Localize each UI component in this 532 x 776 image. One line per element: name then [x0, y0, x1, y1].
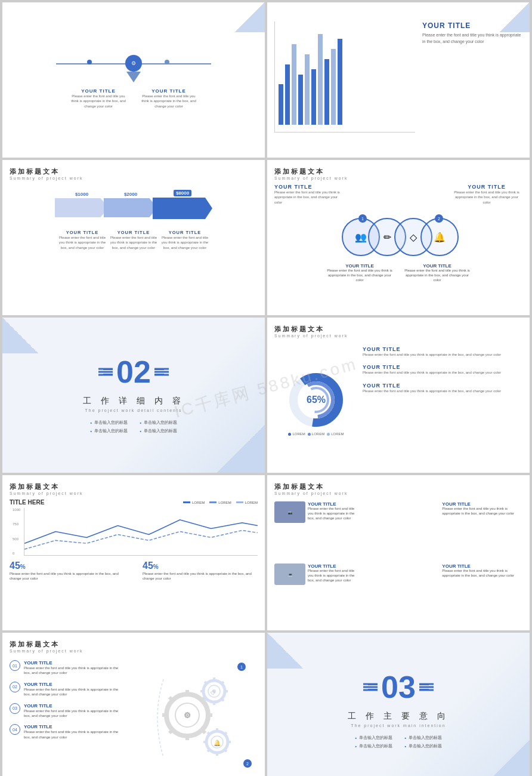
corner-deco-tl — [2, 318, 38, 353]
y-label-2: 750 — [13, 522, 20, 526]
bottom-item-2: YOUR TITLE Please enter the font and tit… — [401, 263, 473, 282]
arrow-step-2: $2000 — [104, 192, 157, 217]
arrow-down — [126, 72, 141, 82]
box-desc-2: Please enter the font and title you thin… — [139, 94, 199, 109]
slide-donut-text: 添加标题文本 Summary of project work 65% — [267, 318, 530, 473]
arrow-section: $1000 $2000 $8000 — [10, 190, 258, 219]
slide-section-03: 03 工 作 主 要 意 向 The project work main int… — [267, 633, 530, 776]
svg-text:⚙: ⚙ — [184, 710, 191, 720]
slide-bar-chart: YOUR TITLE Please enter the font and tit… — [267, 2, 530, 158]
pct-item-2: 45% Please enter the font and title you … — [143, 561, 258, 581]
img-text-2: YOUR TITLE Please enter the font and tit… — [442, 501, 522, 516]
legend-row: LOREM LOREM LOREM — [183, 501, 258, 504]
donut-area: 65% LOREM LOREM LOREM — [274, 341, 358, 464]
pct-value-2: 45 — [143, 561, 153, 571]
slide-progress-arrows: 添加标题文本 Summary of project work $1000 $20… — [2, 160, 265, 315]
bar-7 — [318, 34, 323, 125]
y-label-4: 0 — [13, 552, 20, 555]
header-en: Summary of project work — [274, 176, 522, 180]
svg-line-36 — [225, 732, 227, 734]
svg-line-26 — [222, 699, 224, 701]
list-title-3: YOUR TITLE — [24, 703, 123, 709]
legend-2: LOREM — [308, 432, 324, 436]
bullet-2: 单击输入您的标题 — [404, 735, 442, 741]
header-cn: 添加标题文本 — [10, 482, 258, 491]
num-03: 03 — [10, 703, 20, 714]
bullet-1: 单击输入您的标题 — [90, 420, 128, 426]
top-titles: YOUR TITLE Please enter the font and tit… — [274, 184, 522, 205]
list-text-1: YOUR TITLE Please enter the font and tit… — [24, 660, 123, 676]
list-side: 01 YOUR TITLE Please enter the font and … — [10, 657, 123, 776]
bullet-list: 单击输入您的标题 单击输入您的标题 单击输入您的标题 单击输入您的标题 — [90, 420, 177, 434]
slide-header: 添加标题文本 Summary of project work — [10, 640, 258, 653]
section-en-title: The project work main intention — [351, 723, 446, 728]
line-4 — [419, 684, 429, 685]
header-en: Summary of project work — [274, 334, 522, 338]
slide-grid: ⚙ YOUR TITLE Please enter the font and t… — [0, 0, 532, 776]
img-title-4: YOUR TITLE — [442, 563, 522, 569]
line-chart-svg — [24, 508, 258, 555]
header-cn: 添加标题文本 — [274, 167, 522, 176]
left-title-block: YOUR TITLE Please enter the font and tit… — [274, 184, 346, 205]
line-4 — [154, 369, 164, 370]
svg-line-14 — [202, 730, 205, 733]
leg-label-1: LOREM — [192, 501, 205, 504]
box-item-1: YOUR TITLE Please enter the font and tit… — [69, 88, 128, 109]
slide-content: ⚙ YOUR TITLE Please enter the font and t… — [10, 10, 258, 150]
arrow-row: ⚙ — [56, 63, 211, 64]
leg-color-3 — [236, 501, 243, 503]
list-desc-2: Please enter the font and title you thin… — [24, 687, 123, 697]
label-title-3: YOUR TITLE — [161, 230, 209, 235]
corner-decoration — [500, 2, 530, 32]
legend-1: LOREM — [288, 432, 305, 436]
label-title-1: YOUR TITLE — [58, 230, 106, 235]
line-3 — [103, 374, 113, 375]
header-cn: 添加标题文本 — [274, 325, 522, 334]
img-desc-1: Please enter the font and title you thin… — [308, 507, 355, 521]
section-number-row: 02 — [103, 356, 164, 387]
section-cn-title: 工 作 详 细 内 容 — [83, 396, 184, 407]
slide-image-grid: 添加标题文本 Summary of project work 📷 YOUR TI… — [267, 475, 530, 630]
label-1: YOUR TITLE Please enter the font and tit… — [58, 230, 106, 250]
y-label-3: 500 — [13, 537, 20, 541]
num-01: 01 — [10, 660, 20, 671]
box-label-2: YOUR TITLE — [139, 88, 199, 94]
leg-label-2: LOREM — [218, 501, 231, 504]
bullet-2: 单击输入您的标题 — [140, 420, 177, 426]
legend-label-3: LOREM — [331, 432, 344, 436]
list-item-4: 04 YOUR TITLE Please enter the font and … — [10, 724, 123, 740]
section-number: 03 — [381, 672, 416, 703]
gear-side: ⚙ — [123, 657, 258, 776]
bar-4 — [298, 75, 303, 125]
leg-label-3: LOREM — [245, 501, 258, 504]
svg-line-24 — [222, 682, 224, 683]
pct-desc-1: Please enter the font and title you thin… — [10, 571, 125, 581]
donut-legend: LOREM LOREM LOREM — [288, 432, 344, 436]
section-number: 02 — [116, 356, 151, 387]
img-title-2: YOUR TITLE — [442, 501, 522, 507]
leg-color-2 — [209, 501, 216, 503]
slide-header: 添加标题文本 Summary of project work — [274, 482, 522, 495]
line-1 — [368, 684, 378, 685]
bullet-list: 单击输入您的标题 单击输入您的标题 单击输入您的标题 单击输入您的标题 — [355, 735, 442, 749]
pct-item-1: 45% Please enter the font and title you … — [10, 561, 125, 581]
svg-line-23 — [205, 682, 206, 683]
spacer-2 — [358, 563, 439, 622]
slide-header: 添加标题文本 Summary of project work — [10, 167, 258, 180]
text-title-2: YOUR TITLE — [363, 364, 522, 370]
legend-label-1: LOREM — [292, 432, 305, 436]
box-desc-1: Please enter the font and title you thin… — [69, 94, 128, 109]
chart-title: TITLE HERE — [10, 499, 44, 506]
list-item-3: 03 YOUR TITLE Please enter the font and … — [10, 703, 123, 719]
list-title-1: YOUR TITLE — [24, 660, 123, 666]
section-cn-title: 工 作 主 要 意 向 — [348, 711, 449, 722]
line-1 — [103, 369, 113, 370]
legend-dot-3 — [327, 433, 330, 436]
header-en: Summary of project work — [10, 491, 258, 495]
legend-dot-1 — [288, 433, 291, 436]
list-title-4: YOUR TITLE — [24, 724, 123, 729]
bullet-3: 单击输入您的标题 — [90, 428, 128, 434]
slide-gears: 添加标题文本 Summary of project work 01 YOUR T… — [2, 633, 265, 776]
text-desc-1: Please enter the font and title you thin… — [363, 352, 522, 357]
slide-header: 添加标题文本 Summary of project work — [274, 167, 522, 180]
